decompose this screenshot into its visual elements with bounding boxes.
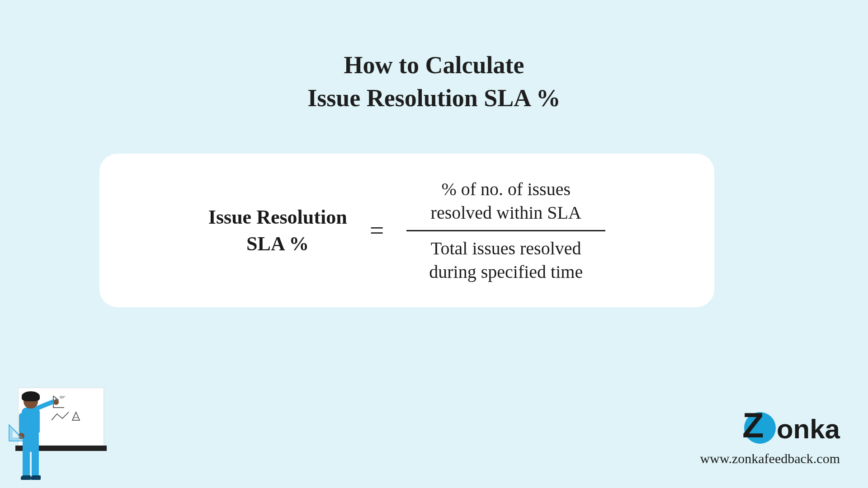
denominator-line-1: Total issues resolved <box>431 238 581 258</box>
brand-url: www.zonkafeedback.com <box>700 451 840 466</box>
logo-text-onka: onka <box>777 413 840 445</box>
angle-label: 90° <box>60 395 66 399</box>
formula-fraction: % of no. of issues resolved within SLA T… <box>406 174 605 287</box>
denominator-line-2: during specified time <box>429 262 583 282</box>
logo-letter-z: Z <box>742 408 764 443</box>
lhs-line-2: SLA % <box>246 233 309 255</box>
title-line-1: How to Calculate <box>344 52 524 79</box>
equals-sign: = <box>370 216 384 245</box>
logo-z-wrap: Z <box>742 411 778 446</box>
fraction-denominator: Total issues resolved during specified t… <box>429 233 583 287</box>
numerator-line-2: resolved within SLA <box>431 202 581 223</box>
title-line-2: Issue Resolution SLA % <box>307 84 561 112</box>
brand-logo: Z onka <box>700 411 840 446</box>
brand-block: Z onka www.zonkafeedback.com <box>700 411 840 466</box>
page-title: How to Calculate Issue Resolution SLA % <box>0 49 868 115</box>
formula-lhs: Issue Resolution SLA % <box>208 204 347 258</box>
formula-card: Issue Resolution SLA % = % of no. of iss… <box>99 154 714 307</box>
fraction-numerator: % of no. of issues resolved within SLA <box>431 174 581 228</box>
fraction-line <box>406 230 605 231</box>
numerator-line-1: % of no. of issues <box>441 179 571 199</box>
lhs-line-1: Issue Resolution <box>208 206 347 228</box>
ruler-icon <box>7 423 27 443</box>
teacher-illustration: 90° <box>5 380 108 483</box>
